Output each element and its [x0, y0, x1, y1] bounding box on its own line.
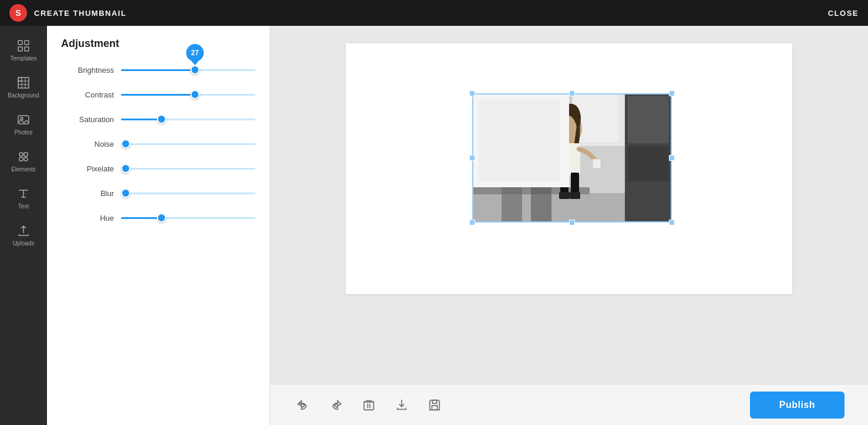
sidebar-uploads-label: Uploads: [13, 240, 35, 247]
svg-rect-27: [593, 159, 601, 168]
brightness-tooltip: 27: [186, 44, 204, 62]
blur-thumb[interactable]: [121, 188, 130, 198]
sidebar-templates-label: Templates: [10, 55, 37, 62]
svg-rect-25: [559, 192, 570, 199]
bottom-toolbar: Publish: [270, 384, 868, 425]
noise-row: Noise: [61, 138, 255, 150]
download-button[interactable]: [392, 396, 411, 414]
blur-label: Blur: [61, 189, 114, 198]
text-icon: [16, 187, 31, 201]
handle-bottom-center[interactable]: [569, 220, 575, 225]
handle-middle-right[interactable]: [669, 155, 675, 161]
saturation-slider-container: [121, 113, 255, 125]
svg-rect-3: [25, 47, 29, 51]
handle-bottom-right[interactable]: [669, 220, 675, 225]
adjustment-title: Adjustment: [61, 38, 255, 50]
svg-rect-8: [19, 157, 23, 161]
hue-row: Hue: [61, 212, 255, 224]
sidebar-photos-label: Photos: [14, 129, 32, 136]
sidebar-item-text[interactable]: Text: [0, 180, 47, 217]
saturation-track: [121, 119, 255, 120]
svg-rect-32: [432, 405, 437, 409]
close-button[interactable]: CLOSE: [828, 9, 859, 18]
sidebar-text-label: Text: [18, 203, 29, 210]
svg-rect-30: [364, 402, 374, 410]
logo: S: [9, 4, 27, 22]
sidebar-item-photos[interactable]: Photos: [0, 106, 47, 143]
background-icon: [16, 76, 31, 90]
svg-rect-7: [24, 153, 28, 156]
topbar-left: S CREATE THUMBNAIL: [9, 4, 126, 22]
sidebar-item-background[interactable]: Background: [0, 69, 47, 106]
adjustment-panel: Adjustment Brightness 27 Contrast: [47, 26, 270, 425]
sidebar-item-elements[interactable]: Elements: [0, 143, 47, 180]
pixelate-row: Pixelate: [61, 163, 255, 174]
handle-top-right[interactable]: [669, 90, 675, 96]
svg-rect-15: [628, 96, 669, 143]
svg-point-9: [24, 157, 28, 161]
brightness-row: Brightness 27: [61, 64, 255, 76]
hue-fill: [121, 217, 162, 219]
save-button[interactable]: [425, 396, 444, 414]
publish-button[interactable]: Publish: [750, 392, 845, 419]
handle-top-center[interactable]: [569, 90, 575, 96]
photo-icon: [16, 113, 31, 127]
hue-track: [121, 217, 255, 219]
contrast-track: [121, 94, 255, 96]
hue-slider-container: [121, 212, 255, 224]
contrast-slider-container: [121, 89, 255, 100]
brightness-track: [121, 69, 255, 71]
noise-thumb[interactable]: [121, 139, 130, 149]
undo-button[interactable]: [294, 396, 312, 414]
noise-slider-container: [121, 138, 255, 150]
brightness-fill: [121, 69, 195, 71]
main-layout: Templates Background Photos: [0, 26, 868, 425]
brightness-thumb[interactable]: 27: [190, 65, 200, 75]
handle-top-left[interactable]: [469, 90, 475, 96]
hue-label: Hue: [61, 214, 114, 222]
contrast-label: Contrast: [61, 90, 114, 99]
saturation-fill: [121, 119, 162, 120]
svg-rect-26: [570, 192, 580, 199]
blur-slider-container: [121, 187, 255, 199]
blur-track: [121, 193, 255, 194]
svg-rect-0: [18, 41, 22, 45]
elements-icon: [16, 150, 31, 164]
brightness-slider-container: 27: [121, 64, 255, 76]
sidebar-elements-label: Elements: [11, 166, 36, 173]
hue-thumb[interactable]: [157, 213, 166, 222]
canvas-area: Publish: [270, 26, 868, 425]
pixelate-track: [121, 168, 255, 170]
svg-rect-16: [628, 146, 669, 181]
contrast-row: Contrast: [61, 89, 255, 100]
svg-rect-1: [25, 41, 29, 45]
pixelate-thumb[interactable]: [121, 164, 130, 173]
canvas-wrapper[interactable]: [346, 43, 792, 294]
blur-row: Blur: [61, 187, 255, 199]
contrast-fill: [121, 94, 195, 96]
toolbar-actions: [294, 396, 444, 414]
delete-button[interactable]: [359, 396, 378, 414]
svg-rect-29: [478, 99, 560, 181]
contrast-thumb[interactable]: [190, 90, 200, 99]
pixelate-label: Pixelate: [61, 164, 114, 173]
saturation-thumb[interactable]: [157, 114, 166, 124]
grid-icon: [16, 39, 31, 53]
handle-bottom-left[interactable]: [469, 220, 475, 225]
topbar: S CREATE THUMBNAIL CLOSE: [0, 0, 868, 26]
redo-button[interactable]: [327, 396, 345, 414]
brightness-label: Brightness: [61, 66, 114, 75]
handle-middle-left[interactable]: [469, 155, 475, 161]
sidebar-background-label: Background: [8, 92, 39, 99]
svg-point-6: [19, 153, 23, 156]
icon-sidebar: Templates Background Photos: [0, 26, 47, 425]
svg-rect-19: [502, 181, 522, 222]
sidebar-item-templates[interactable]: Templates: [0, 32, 47, 69]
photo-svg: [472, 93, 672, 222]
sidebar-item-uploads[interactable]: Uploads: [0, 217, 47, 254]
app-title: CREATE THUMBNAIL: [34, 9, 126, 18]
noise-label: Noise: [61, 140, 114, 149]
selected-image-container[interactable]: [472, 93, 672, 222]
svg-rect-2: [18, 47, 22, 51]
upload-icon: [16, 224, 31, 238]
